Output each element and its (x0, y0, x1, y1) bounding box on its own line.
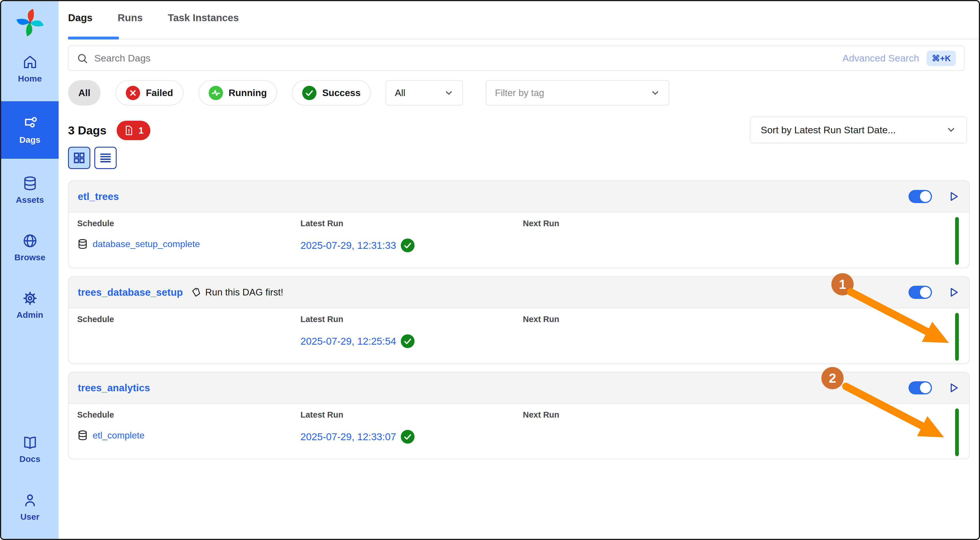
dag-icon (22, 116, 38, 131)
chevron-down-icon (946, 125, 956, 135)
latest-run-link[interactable]: 2025-07-29, 12:33:07 (301, 431, 396, 443)
doc-warning-icon (124, 125, 134, 136)
recent-run-status-bar[interactable] (955, 217, 959, 265)
grid-view-icon (73, 151, 86, 164)
advanced-search-link[interactable]: Advanced Search (843, 53, 919, 64)
book-icon (22, 435, 38, 450)
sidebar-item-dags[interactable]: Dags (1, 101, 59, 159)
dag-card-body: Schedule database_setup_complete Latest … (68, 212, 969, 268)
paused-filter-select[interactable]: All (386, 80, 463, 105)
latest-run-link[interactable]: 2025-07-29, 12:25:54 (301, 336, 396, 347)
tab-bar: Dags Runs Task Instances (68, 12, 239, 24)
tag-icon (191, 287, 201, 298)
sidebar-item-user[interactable]: User (1, 487, 59, 527)
sidebar-item-label: Assets (16, 195, 44, 205)
search-input[interactable] (94, 53, 843, 64)
database-icon (22, 175, 38, 191)
schedule-asset-link[interactable]: etl_complete (92, 430, 144, 441)
annotation-arrow-1 (845, 286, 959, 354)
filter-chip-label: Failed (146, 88, 173, 99)
dag-name-link[interactable]: trees_database_setup (78, 287, 183, 298)
select-placeholder: Filter by tag (495, 88, 544, 99)
tab-task-instances[interactable]: Task Instances (168, 12, 239, 24)
tab-dags[interactable]: Dags (68, 12, 92, 24)
select-value: All (395, 88, 406, 99)
filter-chip-label: All (78, 88, 90, 99)
tab-bar-divider (68, 38, 979, 40)
filter-chip-success[interactable]: Success (292, 80, 371, 105)
schedule-column-label: Schedule (77, 315, 114, 324)
next-run-column-label: Next Run (523, 219, 559, 228)
asset-database-icon (77, 430, 88, 441)
airflow-logo (15, 8, 45, 38)
view-toggle-group (68, 147, 117, 169)
import-error-count: 1 (138, 125, 143, 136)
sidebar-item-home[interactable]: Home (1, 49, 59, 89)
sidebar-item-admin[interactable]: Admin (1, 285, 59, 325)
sidebar-item-label: Home (18, 74, 42, 83)
failed-circle-icon (126, 86, 140, 100)
recent-run-status-bar[interactable] (955, 408, 959, 456)
home-icon (22, 54, 38, 70)
active-tab-indicator (68, 37, 119, 40)
sidebar-item-browse[interactable]: Browse (1, 228, 59, 268)
sidebar-item-label: Admin (17, 310, 43, 320)
gear-icon (22, 291, 38, 306)
user-icon (22, 492, 38, 508)
import-errors-badge[interactable]: 1 (117, 121, 150, 140)
schedule-column-label: Schedule (77, 219, 200, 228)
running-circle-icon (209, 86, 223, 100)
sidebar-item-label: Docs (19, 454, 40, 464)
asset-database-icon (77, 239, 88, 249)
sidebar-item-label: User (20, 512, 40, 522)
search-icon (76, 53, 88, 64)
next-run-column-label: Next Run (523, 410, 559, 420)
sidebar-item-label: Dags (19, 135, 40, 145)
airflow-window: Home Dags Assets (0, 0, 980, 540)
state-filter-row: All Failed Running (68, 80, 669, 105)
tag-filter-select[interactable]: Filter by tag (486, 80, 669, 105)
latest-run-column-label: Latest Run (301, 315, 415, 324)
schedule-asset-link[interactable]: database_setup_complete (92, 239, 200, 249)
success-circle-icon (302, 86, 317, 100)
filter-chip-all[interactable]: All (68, 80, 101, 105)
filter-chip-label: Running (229, 88, 267, 99)
dag-card-etl_trees: etl_trees Schedule (68, 180, 970, 268)
sort-value: Sort by Latest Run Start Date... (761, 124, 896, 135)
annotation-arrow-2 (840, 380, 954, 449)
success-check-icon (401, 430, 415, 444)
trigger-dag-button[interactable] (947, 190, 960, 203)
dag-summary-row: 3 Dags 1 (68, 121, 150, 140)
sidebar-item-label: Browse (14, 253, 45, 262)
dag-count: 3 Dags (68, 124, 107, 137)
sidebar-item-docs[interactable]: Docs (1, 430, 59, 469)
sidebar: Home Dags Assets (1, 1, 59, 539)
next-run-column-label: Next Run (523, 315, 559, 324)
latest-run-link[interactable]: 2025-07-29, 12:31:33 (301, 240, 396, 251)
dag-name-link[interactable]: etl_trees (78, 191, 119, 202)
chevron-down-icon (444, 88, 454, 98)
dag-tag-label: Run this DAG first! (205, 287, 283, 298)
filter-chip-failed[interactable]: Failed (116, 80, 183, 105)
globe-icon (22, 233, 38, 248)
schedule-column-label: Schedule (77, 410, 144, 420)
latest-run-column-label: Latest Run (301, 219, 415, 228)
table-view-button[interactable] (94, 147, 117, 169)
success-check-icon (401, 335, 415, 348)
dag-card-body: Schedule etl_complete Latest Run 2025-07… (68, 404, 969, 459)
dag-enabled-toggle[interactable] (908, 190, 932, 203)
dag-card-body: Schedule Latest Run 2025-07-29, 12:25:54… (68, 308, 969, 363)
list-view-icon (99, 151, 112, 164)
success-check-icon (401, 239, 415, 252)
sidebar-item-assets[interactable]: Assets (1, 170, 59, 210)
keyboard-shortcut-badge: ⌘+K (926, 51, 956, 66)
main-content: Dags Runs Task Instances Advanced Search… (59, 1, 979, 539)
chevron-down-icon (651, 88, 660, 98)
sort-select[interactable]: Sort by Latest Run Start Date... (750, 116, 967, 143)
dag-name-link[interactable]: trees_analytics (78, 382, 150, 393)
filter-chip-running[interactable]: Running (199, 80, 277, 105)
dag-card-header: etl_trees (68, 181, 969, 212)
tab-runs[interactable]: Runs (118, 12, 143, 24)
card-view-button[interactable] (68, 147, 90, 169)
latest-run-column-label: Latest Run (301, 410, 415, 420)
